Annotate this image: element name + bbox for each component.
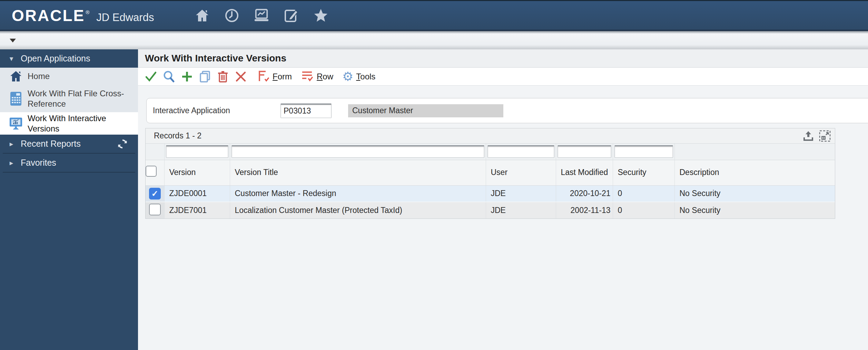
table-row[interactable]: ZJDE0001 Customer Master - Redesign JDE … (146, 185, 835, 202)
sidebar-item-label: Home (28, 71, 52, 81)
cell-security[interactable]: 0 (613, 185, 674, 202)
tools-menu-label: Tools (356, 72, 375, 81)
versions-grid: Records 1 - 2 (145, 128, 835, 219)
grid-header-row: Version Version Title User Last Modified… (146, 160, 835, 185)
interactive-application-label: Interactive Application (153, 106, 267, 115)
sidebar: ▾ Open Applications Home Work With Flat … (0, 49, 138, 350)
clock-icon[interactable] (224, 8, 239, 23)
filter-input-version[interactable] (166, 145, 228, 158)
filter-input-last-modified[interactable] (558, 145, 611, 158)
cell-version[interactable]: ZJDE7001 (164, 202, 230, 218)
row-checkbox-checked[interactable] (149, 188, 161, 200)
interactive-application-input[interactable] (280, 104, 332, 118)
cell-last-modified[interactable]: 2002-11-13 (556, 202, 613, 218)
cell-version[interactable]: ZJDE0001 (164, 185, 230, 202)
chevron-right-icon: ▸ (6, 140, 17, 148)
carousel-caret-icon[interactable] (10, 39, 16, 42)
records-bar: Records 1 - 2 (146, 128, 835, 144)
header-icon-bar (195, 8, 328, 23)
row-menu-label: Row (317, 72, 333, 81)
column-header-description[interactable]: Description (674, 160, 835, 185)
watchlist-chart-icon[interactable] (254, 8, 269, 23)
form-exit-icon (257, 69, 270, 84)
cell-version-title[interactable]: Localization Customer Master (Protected … (230, 202, 486, 218)
home-icon (9, 70, 23, 82)
page-title: Work With Interactive Versions (145, 53, 286, 64)
open-applications-label: Open Applications (21, 54, 90, 64)
form-menu-button[interactable]: Form (255, 69, 295, 84)
monitor-chart-icon (9, 117, 23, 130)
toolbar: Form Row ⚙ Tools (138, 68, 868, 86)
sidebar-section-open-applications[interactable]: ▾ Open Applications (0, 49, 138, 68)
filter-input-user[interactable] (487, 145, 554, 158)
row-menu-button[interactable]: Row (299, 69, 337, 84)
cell-security[interactable]: 0 (613, 202, 674, 218)
add-button[interactable] (178, 69, 196, 84)
favorites-label: Favorites (21, 158, 56, 168)
filter-row (146, 144, 835, 160)
interactive-application-panel: Interactive Application Customer Master (146, 98, 868, 123)
row-checkbox[interactable] (149, 204, 161, 215)
select-all-checkbox[interactable] (146, 166, 157, 177)
top-header: ORACLE® JD Edwards (0, 0, 868, 31)
sidebar-section-favorites[interactable]: ▸ Favorites (0, 154, 138, 172)
tools-menu-button[interactable]: ⚙ Tools (340, 69, 379, 84)
column-header-version[interactable]: Version (164, 160, 230, 185)
sidebar-item-work-with-interactive-versions[interactable]: Work With Interactive Versions (0, 112, 138, 135)
recent-reports-label: Recent Reports (21, 139, 81, 149)
expand-grid-icon[interactable] (819, 130, 831, 142)
registered-mark: ® (86, 9, 89, 15)
star-icon[interactable] (313, 8, 328, 23)
sidebar-item-flat-file-cross-reference[interactable]: Work With Flat File Cross-Reference (0, 85, 138, 112)
close-button[interactable] (232, 69, 250, 84)
sidebar-divider (3, 172, 135, 173)
row-exit-icon (301, 69, 314, 84)
chevron-down-icon: ▾ (6, 55, 17, 63)
brand-logo: ORACLE® JD Edwards (12, 6, 154, 25)
versions-table: Version Version Title User Last Modified… (146, 144, 835, 218)
form-title-bar: Work With Interactive Versions (138, 49, 868, 68)
ok-check-button[interactable] (142, 69, 160, 84)
breadcrumb-band (0, 31, 868, 49)
table-row[interactable]: ZJDE7001 Localization Customer Master (P… (146, 202, 835, 218)
compose-icon[interactable] (284, 8, 299, 23)
gear-icon: ⚙ (342, 70, 353, 83)
refresh-icon[interactable] (117, 139, 128, 151)
export-icon[interactable] (802, 130, 814, 142)
copy-button[interactable] (196, 69, 214, 84)
find-button[interactable] (160, 69, 178, 84)
column-header-version-title[interactable]: Version Title (230, 160, 486, 185)
filter-input-security[interactable] (614, 145, 673, 158)
main-content: Work With Interactive Versions (138, 49, 868, 350)
records-count-label: Records 1 - 2 (154, 131, 201, 140)
cell-version-title[interactable]: Customer Master - Redesign (230, 185, 486, 202)
sidebar-item-label: Work With Interactive Versions (28, 113, 138, 134)
oracle-logo: ORACLE (12, 6, 85, 25)
delete-button[interactable] (214, 69, 232, 84)
filter-input-version-title[interactable] (231, 145, 484, 158)
chevron-right-icon: ▸ (6, 159, 17, 167)
product-name: JD Edwards (96, 11, 154, 24)
sidebar-section-recent-reports[interactable]: ▸ Recent Reports (0, 135, 138, 153)
calculator-icon (9, 91, 23, 106)
cell-last-modified[interactable]: 2020-10-21 (556, 185, 613, 202)
column-header-user[interactable]: User (486, 160, 556, 185)
application-description-field: Customer Master (348, 104, 503, 117)
sidebar-item-label: Work With Flat File Cross-Reference (28, 88, 138, 109)
home-icon[interactable] (195, 8, 210, 23)
jde-application-window: ORACLE® JD Edwards ▾ O (0, 0, 868, 350)
cell-user[interactable]: JDE (486, 202, 556, 218)
column-header-last-modified[interactable]: Last Modified (556, 160, 613, 185)
form-menu-label: Form (273, 72, 292, 81)
cell-description[interactable]: No Security (674, 185, 835, 202)
cell-description[interactable]: No Security (674, 202, 835, 218)
cell-user[interactable]: JDE (486, 185, 556, 202)
column-header-security[interactable]: Security (613, 160, 674, 185)
sidebar-item-home[interactable]: Home (0, 68, 138, 85)
